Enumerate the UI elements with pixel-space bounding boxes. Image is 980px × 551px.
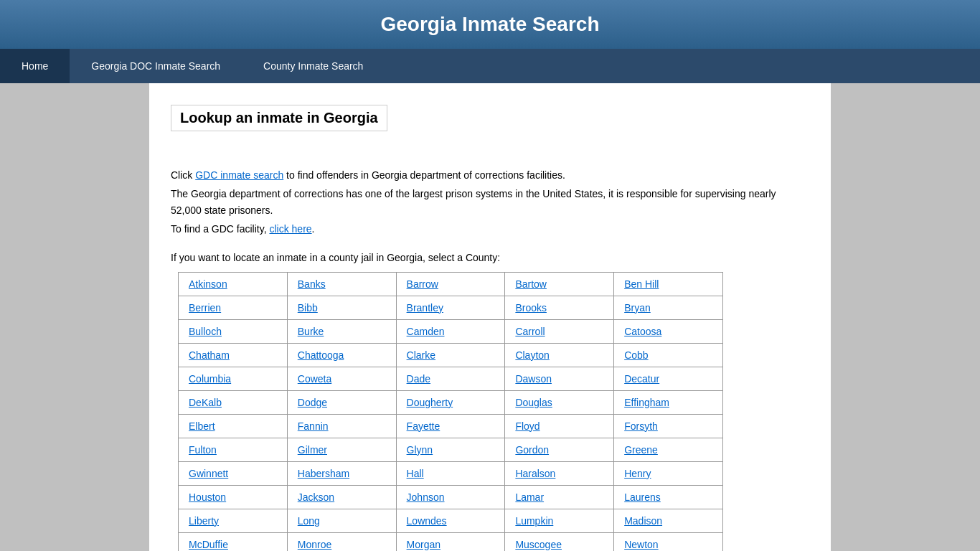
- county-link[interactable]: Elbert: [189, 420, 215, 432]
- nav-doc-search[interactable]: Georgia DOC Inmate Search: [70, 49, 242, 83]
- page-title: Lookup an inmate in Georgia: [171, 105, 387, 131]
- table-row: ElbertFanninFayetteFloydForsyth: [179, 414, 723, 438]
- site-title: Georgia Inmate Search: [0, 13, 980, 36]
- county-link[interactable]: Decatur: [624, 373, 659, 385]
- county-link[interactable]: Berrien: [189, 302, 221, 314]
- county-link[interactable]: Greene: [624, 444, 658, 456]
- county-link[interactable]: Muscogee: [515, 539, 562, 550]
- description-line2: The Georgia department of corrections ha…: [171, 186, 809, 218]
- county-link[interactable]: Fulton: [189, 444, 217, 456]
- county-link[interactable]: Columbia: [189, 373, 231, 385]
- county-link[interactable]: Banks: [298, 278, 326, 290]
- county-link[interactable]: Bryan: [624, 302, 651, 314]
- county-link[interactable]: Effingham: [624, 397, 669, 408]
- county-link[interactable]: Habersham: [298, 468, 349, 479]
- county-link[interactable]: Brooks: [515, 302, 547, 314]
- table-row: BerrienBibbBrantleyBrooksBryan: [179, 296, 723, 319]
- description-line1: Click GDC inmate search to find offender…: [171, 167, 809, 183]
- county-link[interactable]: Floyd: [515, 420, 540, 432]
- county-link[interactable]: Bartow: [515, 278, 547, 290]
- county-link[interactable]: Glynn: [407, 444, 433, 456]
- table-row: ChathamChattoogaClarkeClaytonCobb: [179, 343, 723, 367]
- county-link[interactable]: Brantley: [407, 302, 443, 314]
- table-row: LibertyLongLowndesLumpkinMadison: [179, 509, 723, 532]
- table-row: GwinnettHabershamHallHaralsonHenry: [179, 461, 723, 485]
- gdc-inmate-search-link[interactable]: GDC inmate search: [195, 169, 283, 181]
- county-intro: If you want to locate an inmate in a cou…: [171, 252, 809, 263]
- county-link[interactable]: Fayette: [407, 420, 440, 432]
- county-link[interactable]: Camden: [407, 326, 445, 337]
- county-link[interactable]: Carroll: [515, 326, 545, 337]
- table-row: McDuffieMonroeMorganMuscogeeNewton: [179, 532, 723, 551]
- county-link[interactable]: Monroe: [298, 539, 331, 550]
- county-link[interactable]: Henry: [624, 468, 651, 479]
- county-link[interactable]: Hall: [407, 468, 424, 479]
- county-link[interactable]: Atkinson: [189, 278, 227, 290]
- county-link[interactable]: Newton: [624, 539, 658, 550]
- county-link[interactable]: Bulloch: [189, 326, 222, 337]
- county-link[interactable]: Johnson: [407, 491, 445, 503]
- county-link[interactable]: Coweta: [298, 373, 331, 385]
- county-link[interactable]: Douglas: [515, 397, 552, 408]
- county-link[interactable]: Lowndes: [407, 515, 447, 527]
- table-row: BullochBurkeCamdenCarrollCatoosa: [179, 319, 723, 343]
- county-link[interactable]: Cobb: [624, 349, 648, 361]
- description-line3: To find a GDC facility, click here.: [171, 221, 809, 237]
- county-link[interactable]: Forsyth: [624, 420, 658, 432]
- county-link[interactable]: Chattooga: [298, 349, 344, 361]
- county-table: AtkinsonBanksBarrowBartowBen HillBerrien…: [178, 272, 723, 551]
- nav-county-search[interactable]: County Inmate Search: [242, 49, 385, 83]
- county-link[interactable]: Jackson: [298, 491, 334, 503]
- county-link[interactable]: Clayton: [515, 349, 549, 361]
- county-link[interactable]: Liberty: [189, 515, 219, 527]
- county-link[interactable]: Ben Hill: [624, 278, 659, 290]
- county-link[interactable]: Lumpkin: [515, 515, 553, 527]
- county-link[interactable]: Bibb: [298, 302, 318, 314]
- county-link[interactable]: DeKalb: [189, 397, 222, 408]
- county-link[interactable]: Houston: [189, 491, 226, 503]
- county-link[interactable]: Lamar: [515, 491, 544, 503]
- county-link[interactable]: Chatham: [189, 349, 230, 361]
- county-link[interactable]: Dodge: [298, 397, 327, 408]
- nav-home[interactable]: Home: [0, 49, 70, 83]
- county-link[interactable]: Dade: [407, 373, 430, 385]
- county-link[interactable]: Burke: [298, 326, 324, 337]
- county-link[interactable]: Gordon: [515, 444, 549, 456]
- county-link[interactable]: Barrow: [407, 278, 438, 290]
- county-link[interactable]: Dougherty: [407, 397, 453, 408]
- county-link[interactable]: McDuffie: [189, 539, 228, 550]
- county-link[interactable]: Clarke: [407, 349, 435, 361]
- county-link[interactable]: Morgan: [407, 539, 440, 550]
- county-link[interactable]: Catoosa: [624, 326, 661, 337]
- facility-link[interactable]: click here: [269, 223, 311, 235]
- county-link[interactable]: Haralson: [515, 468, 555, 479]
- table-row: AtkinsonBanksBarrowBartowBen Hill: [179, 272, 723, 296]
- county-link[interactable]: Gilmer: [298, 444, 327, 456]
- county-link[interactable]: Long: [298, 515, 320, 527]
- table-row: ColumbiaCowetaDadeDawsonDecatur: [179, 367, 723, 390]
- county-link[interactable]: Fannin: [298, 420, 329, 432]
- county-link[interactable]: Madison: [624, 515, 662, 527]
- county-link[interactable]: Dawson: [515, 373, 552, 385]
- table-row: FultonGilmerGlynnGordonGreene: [179, 438, 723, 461]
- table-row: HoustonJacksonJohnsonLamarLaurens: [179, 485, 723, 509]
- table-row: DeKalbDodgeDoughertyDouglasEffingham: [179, 390, 723, 414]
- county-link[interactable]: Laurens: [624, 491, 661, 503]
- county-link[interactable]: Gwinnett: [189, 468, 228, 479]
